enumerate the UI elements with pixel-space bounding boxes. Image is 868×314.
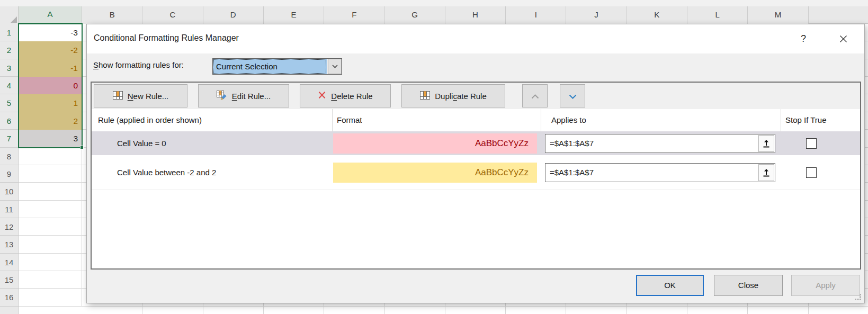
cf-rules-manager-dialog: Conditional Formatting Rules Manager ? S… [86,24,865,303]
row-header-13[interactable]: 13 [0,236,18,253]
cell-A2[interactable]: -2 [19,41,82,59]
dialog-title: Conditional Formatting Rules Manager [94,33,239,43]
grid-edit-icon [217,91,227,102]
format-preview: AaBbCcYyZz [333,163,537,183]
chevron-up-icon [531,92,539,101]
cell-A14[interactable] [19,254,82,271]
rule-description: Cell Value = 0 [92,139,332,148]
column-header-L[interactable]: L [687,6,748,24]
column-header-J[interactable]: J [566,6,627,24]
stop-if-true-checkbox[interactable] [806,167,817,178]
list-header-2: Format [332,109,541,131]
row-header-11[interactable]: 11 [0,201,18,218]
row-header-6[interactable]: 6 [0,112,18,130]
cell-A1[interactable]: -3 [19,24,82,41]
range-picker-icon[interactable] [758,135,774,152]
cell-A12[interactable] [19,218,82,236]
rule-row[interactable]: Cell Value = 0AaBbCcYyZz [92,131,860,155]
scope-dropdown[interactable]: Current Selection [212,58,342,75]
format-preview: AaBbCcYyZz [333,133,537,154]
list-header-3: Applies to [541,109,781,131]
row-header-9[interactable]: 9 [0,165,18,183]
select-all-corner[interactable] [0,6,19,24]
close-button[interactable]: Close [714,275,783,296]
scope-dropdown-value[interactable]: Current Selection [213,59,327,74]
rules-toolbar: New Rule...Edit Rule...Delete RuleDuplic… [92,83,860,109]
duplicate-rule-label: Duplicate Rule [435,92,487,101]
cell-A9[interactable] [19,165,82,183]
new-rule-label: New Rule... [128,92,169,101]
cell-A3[interactable]: -1 [19,59,82,77]
row-header-7[interactable]: 7 [0,130,18,147]
dialog-titlebar[interactable]: Conditional Formatting Rules Manager ? [87,24,864,53]
row-header-12[interactable]: 12 [0,218,18,236]
column-headers: ABCDEFGHIJKLM [0,6,868,24]
column-a-cells: -3-2-10123 [19,24,82,307]
column-header-I[interactable]: I [506,6,566,24]
row-header-1[interactable]: 1 [0,24,18,41]
formula-bar-edge [0,0,868,6]
move-up-button[interactable] [522,84,548,107]
column-header-M[interactable]: M [748,6,808,24]
cell-A16[interactable] [19,289,82,306]
new-rule-button[interactable]: New Rule... [94,84,187,107]
rules-list-box: New Rule...Edit Rule...Delete RuleDuplic… [91,82,861,270]
chevron-down-icon[interactable] [328,59,342,74]
row-header-15[interactable]: 15 [0,271,18,289]
red-x-icon [318,91,326,101]
delete-rule-button[interactable]: Delete Rule [300,84,391,107]
rules-list: Rule (applied in order shown)FormatAppli… [92,109,860,268]
show-rules-for-label: Show formatting rules for: [93,60,184,69]
row-header-4[interactable]: 4 [0,77,18,94]
row-header-14[interactable]: 14 [0,254,18,271]
cell-A4[interactable]: 0 [19,77,82,94]
move-down-button[interactable] [560,84,585,107]
chevron-down-icon [569,92,577,101]
row-header-10[interactable]: 10 [0,183,18,200]
row-header-8[interactable]: 8 [0,148,18,165]
column-header-E[interactable]: E [264,6,324,24]
row-header-2[interactable]: 2 [0,41,18,59]
cell-A5[interactable]: 1 [19,94,82,112]
rule-row[interactable]: Cell Value between -2 and 2AaBbCcYyZz [92,160,860,184]
cell-A7[interactable]: 3 [19,130,82,147]
cell-A13[interactable] [19,236,82,253]
rules-list-header: Rule (applied in order shown)FormatAppli… [92,109,860,131]
row-headers: 12345678910111213141516 [0,24,19,314]
edit-rule-button[interactable]: Edit Rule... [198,84,289,107]
stop-if-true-checkbox[interactable] [806,138,817,149]
edit-rule-label: Edit Rule... [232,92,271,101]
column-header-A[interactable]: A [19,6,82,24]
ok-button[interactable]: OK [636,275,704,296]
row-header-5[interactable]: 5 [0,94,18,112]
cell-A10[interactable] [19,183,82,200]
column-header-H[interactable]: H [445,6,506,24]
duplicate-rule-button[interactable]: Duplicate Rule [401,84,505,107]
select-all-triangle [11,16,17,23]
cell-A11[interactable] [19,201,82,218]
column-header-B[interactable]: B [82,6,142,24]
column-header-G[interactable]: G [384,6,445,24]
row-header-3[interactable]: 3 [0,59,18,77]
column-header-K[interactable]: K [627,6,687,24]
cell-A15[interactable] [19,271,82,289]
column-header-C[interactable]: C [142,6,203,24]
excel-window: ABCDEFGHIJKLM 12345678910111213141516 -3… [0,0,868,314]
list-header-4: Stop If True [781,109,860,131]
rule-description: Cell Value between -2 and 2 [92,168,332,177]
cell-A8[interactable] [19,148,82,165]
column-header-D[interactable]: D [203,6,264,24]
help-icon[interactable]: ? [797,32,810,46]
range-picker-icon[interactable] [758,164,774,181]
close-icon[interactable] [836,32,851,46]
applies-to-input[interactable] [545,163,775,182]
grid-icon [420,91,430,101]
rules-list-divider [92,190,860,190]
list-header-1: Rule (applied in order shown) [92,109,332,131]
cell-A6[interactable]: 2 [19,112,82,130]
apply-button[interactable]: Apply [791,275,860,296]
row-header-16[interactable]: 16 [0,289,18,306]
applies-to-input[interactable] [545,134,775,153]
column-header-F[interactable]: F [324,6,384,24]
resize-grip[interactable] [855,294,862,301]
